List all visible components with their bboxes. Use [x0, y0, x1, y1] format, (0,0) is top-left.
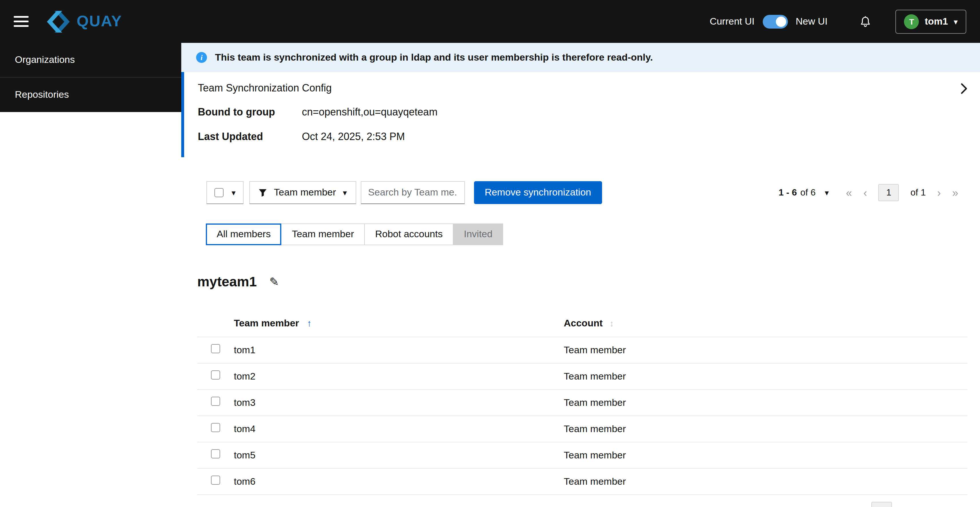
- table-row: tom4 Team member: [197, 416, 967, 442]
- team-sync-config-toggle[interactable]: Team Synchronization Config: [198, 76, 967, 100]
- team-heading: myteam1 ✎: [197, 274, 967, 290]
- filter-funnel-icon: [258, 188, 267, 197]
- table-row: tom3 Team member: [197, 389, 967, 416]
- account-cell: Team member: [559, 442, 967, 469]
- remove-synchronization-button[interactable]: Remove synchronization: [474, 181, 602, 204]
- masthead-right: Current UI New UI T tom1 ▾: [710, 10, 966, 33]
- row-checkbox[interactable]: [211, 423, 220, 432]
- table-header-row: Team member↑ Account↕: [197, 310, 967, 337]
- member-name-cell: tom3: [229, 389, 559, 416]
- column-header-account[interactable]: Account↕: [559, 310, 967, 337]
- column-header-team-member[interactable]: Team member↑: [229, 310, 559, 337]
- first-page-button[interactable]: «: [846, 187, 852, 198]
- toggle-knob: [776, 16, 786, 27]
- team-member-column-label: Team member: [234, 318, 299, 329]
- members-toolbar: ▾ Team member ▾ Remove synchronization 1…: [197, 181, 967, 204]
- sort-ascending-icon[interactable]: ↑: [307, 318, 312, 328]
- sidebar-item-repositories[interactable]: Repositories: [0, 77, 181, 112]
- row-checkbox[interactable]: [211, 370, 220, 380]
- filter-type-label: Team member: [274, 187, 336, 198]
- ui-version-toggle[interactable]: [762, 14, 788, 28]
- bulk-select-dropdown[interactable]: ▾: [207, 181, 243, 204]
- pagination-options-caret-icon[interactable]: ▾: [825, 189, 829, 197]
- member-name-cell: tom5: [229, 442, 559, 469]
- app-window: QUAY Current UI New UI T tom1 ▾ Organi: [0, 0, 980, 507]
- row-checkbox[interactable]: [211, 449, 220, 458]
- table-row: tom6 Team member: [197, 469, 967, 495]
- account-cell: Team member: [559, 363, 967, 389]
- last-page-button[interactable]: »: [952, 187, 958, 198]
- bound-to-group-label: Bound to group: [198, 106, 302, 118]
- filter-type-dropdown[interactable]: Team member ▾: [249, 181, 356, 204]
- info-icon: i: [196, 52, 207, 63]
- quay-logo[interactable]: QUAY: [46, 11, 122, 32]
- account-cell: Team member: [559, 469, 967, 495]
- last-updated-value: Oct 24, 2025, 2:53 PM: [302, 131, 405, 143]
- user-menu-dropdown[interactable]: T tom1 ▾: [896, 10, 966, 33]
- member-name-cell: tom6: [229, 469, 559, 495]
- previous-page-button[interactable]: ‹: [863, 187, 867, 198]
- chevron-down-icon: ▾: [954, 17, 958, 25]
- notifications-bell-icon[interactable]: [860, 15, 872, 28]
- bottom-pagination-page-input[interactable]: [871, 502, 892, 507]
- row-checkbox[interactable]: [211, 475, 220, 485]
- team-name: myteam1: [197, 274, 257, 290]
- tab-robot-accounts[interactable]: Robot accounts: [364, 224, 453, 245]
- tab-all-members[interactable]: All members: [206, 224, 282, 245]
- pagination-total: of 6: [800, 188, 816, 198]
- bulk-select-checkbox[interactable]: [215, 188, 224, 197]
- bound-to-group-value: cn=openshift,ou=quayqeteam: [302, 106, 438, 118]
- pagination-range: 1 - 6: [779, 188, 797, 198]
- pagination-top: 1 - 6 of 6 ▾ « ‹ of 1 › »: [779, 184, 958, 201]
- chevron-right-icon[interactable]: [961, 83, 967, 94]
- search-input[interactable]: [361, 181, 465, 204]
- row-checkbox[interactable]: [211, 397, 220, 406]
- members-table: Team member↑ Account↕ tom1 Team member: [197, 310, 967, 495]
- quay-logo-icon: [46, 11, 71, 32]
- table-row: tom1 Team member: [197, 337, 967, 363]
- user-name: tom1: [925, 16, 948, 27]
- page-count-label: of 1: [910, 188, 926, 198]
- last-updated-row: Last Updated Oct 24, 2025, 2:53 PM: [198, 125, 967, 149]
- member-name-cell: tom2: [229, 363, 559, 389]
- header-checkbox-cell: [197, 310, 229, 337]
- info-alert: i This team is synchronized with a group…: [181, 43, 980, 72]
- row-checkbox[interactable]: [211, 344, 220, 353]
- next-page-button[interactable]: ›: [937, 187, 941, 198]
- member-view-tabs: All members Team member Robot accounts I…: [197, 224, 967, 245]
- sidebar: Organizations Repositories: [0, 43, 181, 112]
- sidebar-item-organizations[interactable]: Organizations: [0, 43, 181, 77]
- page-number-input[interactable]: [878, 184, 899, 201]
- member-name-cell: tom4: [229, 416, 559, 442]
- members-content: ▾ Team member ▾ Remove synchronization 1…: [181, 181, 980, 495]
- bound-to-group-row: Bound to group cn=openshift,ou=quayqetea…: [198, 100, 967, 125]
- pagination-nav: « ‹ of 1 › »: [846, 184, 958, 201]
- team-sync-config-section: Team Synchronization Config Bound to gro…: [181, 72, 980, 157]
- member-name-cell: tom1: [229, 337, 559, 363]
- account-cell: Team member: [559, 389, 967, 416]
- last-updated-label: Last Updated: [198, 131, 302, 143]
- new-ui-label: New UI: [795, 16, 827, 27]
- brand-text: QUAY: [76, 13, 122, 30]
- chevron-down-icon: ▾: [232, 189, 235, 197]
- account-cell: Team member: [559, 337, 967, 363]
- info-alert-text: This team is synchronized with a group i…: [215, 52, 653, 63]
- account-column-label: Account: [564, 318, 603, 329]
- table-row: tom5 Team member: [197, 442, 967, 469]
- edit-team-name-pencil-icon[interactable]: ✎: [269, 276, 279, 288]
- chevron-down-icon: ▾: [343, 189, 347, 197]
- tab-team-member[interactable]: Team member: [281, 224, 365, 245]
- masthead: QUAY Current UI New UI T tom1 ▾: [0, 0, 980, 43]
- team-sync-config-title: Team Synchronization Config: [198, 82, 332, 94]
- current-ui-label: Current UI: [710, 16, 754, 27]
- account-cell: Team member: [559, 416, 967, 442]
- nav-toggle-hamburger-icon[interactable]: [14, 16, 31, 27]
- tab-invited: Invited: [453, 224, 503, 245]
- main-content: i This team is synchronized with a group…: [181, 43, 980, 495]
- table-row: tom2 Team member: [197, 363, 967, 389]
- user-avatar: T: [904, 14, 919, 29]
- sortable-icon[interactable]: ↕: [609, 318, 614, 328]
- page-body: Organizations Repositories i This team i…: [0, 43, 980, 495]
